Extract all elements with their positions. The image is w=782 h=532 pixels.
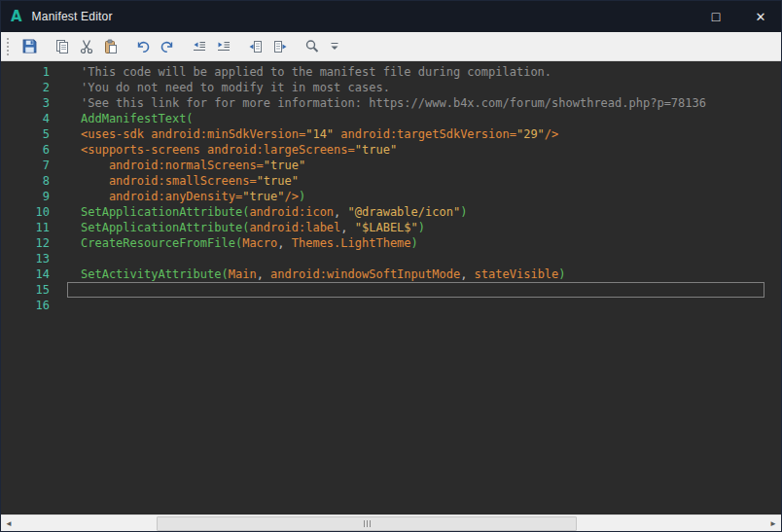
save-icon [21,38,38,54]
code-segment: android:smallScreens= [81,174,257,188]
code-segment: 'See this link for for more information:… [81,96,706,110]
copy-button[interactable] [50,34,74,58]
code-line[interactable]: 11SetApplicationAttribute(android:label,… [1,220,781,235]
code-line[interactable]: 16 [1,298,781,313]
code-text: CreateResourceFromFile(Macro, Themes.Lig… [63,235,418,251]
line-number: 8 [1,173,63,189]
shift-left-icon [248,39,264,54]
code-text: 'See this link for for more information:… [63,95,706,111]
code-line[interactable]: 13 [1,251,781,266]
scroll-left-icon: ◄ [5,519,13,528]
code-segment: "true" [355,143,397,157]
current-line-indicator [67,282,764,298]
line-number: 14 [1,266,63,282]
redo-button[interactable] [155,34,179,58]
code-text: 'This code will be applied to the manife… [63,64,551,80]
code-line[interactable]: 7 android:normalScreens="true" [1,158,781,173]
scroll-right-button[interactable]: ► [765,515,781,531]
shift-right-button[interactable] [267,34,292,58]
code-segment: 'You do not need to modify it in most ca… [81,81,390,94]
paste-button[interactable] [98,34,123,58]
code-line[interactable]: 8 android:smallScreens="true" [1,173,781,189]
code-line[interactable]: 3'See this link for for more information… [1,95,781,111]
undo-icon [135,39,151,54]
code-line[interactable]: 15 [1,282,781,298]
paste-icon [103,39,119,54]
code-segment: android:icon [249,205,334,219]
line-number: 2 [1,80,63,95]
code-segment: SetApplicationAttribute( [81,221,249,234]
code-line[interactable]: 1'This code will be applied to the manif… [1,64,781,80]
code-text: <supports-screens android:largeScreens="… [63,142,397,158]
code-text: android:normalScreens="true" [63,158,305,173]
code-segment: <supports-screens android:largeScreens= [81,143,355,157]
manifest-editor-window: A Manifest Editor □ ✕ [0,0,782,532]
line-number: 1 [1,64,63,80]
line-number: 16 [1,298,63,313]
code-segment: Main [229,267,257,281]
code-segment: , [460,267,474,281]
code-segment: android:normalScreens= [81,159,264,172]
code-text: SetApplicationAttribute(android:icon, "@… [63,204,467,220]
horizontal-scrollbar[interactable]: ◄ ► [1,514,781,531]
code-segment: android:windowSoftInputMode [270,267,460,281]
code-line[interactable]: 9 android:anyDensity="true"/>) [1,189,781,204]
shift-right-icon [272,39,288,54]
unindent-button[interactable] [187,34,211,58]
toolbar-overflow-button[interactable] [328,35,341,57]
toolbar [1,32,781,61]
shift-left-button[interactable] [243,34,267,58]
redo-icon [160,39,175,54]
code-segment: android:anyDensity= [81,190,242,203]
line-number: 12 [1,235,63,251]
indent-icon [216,39,231,54]
code-line[interactable]: 14SetActivityAttribute(Main, android:win… [1,266,781,282]
titlebar: A Manifest Editor □ ✕ [1,1,781,32]
code-segment: <uses-sdk android:minSdkVersion= [81,127,305,141]
code-segment: Macro [242,236,277,250]
close-icon: ✕ [756,10,766,24]
code-line[interactable]: 5<uses-sdk android:minSdkVersion="14" an… [1,126,781,142]
code-segment: ) [299,190,305,203]
line-number: 5 [1,126,63,142]
scrollbar-thumb[interactable] [157,516,577,531]
cut-button[interactable] [74,34,98,58]
code-segment: "$LABEL$" [355,221,418,234]
close-button[interactable]: ✕ [746,4,775,29]
code-segment: ) [411,236,418,250]
code-text: android:smallScreens="true" [63,173,299,189]
indent-button[interactable] [211,34,235,58]
line-number: 10 [1,204,63,220]
line-number: 13 [1,251,63,266]
line-number: 4 [1,111,63,126]
cut-icon [79,39,94,54]
code-line[interactable]: 2'You do not need to modify it in most c… [1,80,781,95]
code-segment: Themes.LightTheme [292,236,411,250]
code-text [63,298,81,313]
code-segment: "true" [264,159,305,172]
code-segment: , [257,267,270,281]
toolbar-grip[interactable] [7,38,12,55]
code-text: SetApplicationAttribute(android:label, "… [63,220,425,235]
unindent-icon [192,39,207,54]
code-line[interactable]: 12CreateResourceFromFile(Macro, Themes.L… [1,235,781,251]
code-segment: ) [558,267,565,281]
save-button[interactable] [18,34,42,58]
undo-button[interactable] [130,34,155,58]
code-segment: /> [545,127,558,141]
find-button[interactable] [300,34,324,58]
app-logo: A [11,8,22,25]
code-segment: AddManifestText( [81,112,194,125]
maximize-button[interactable]: □ [701,4,730,29]
line-number: 6 [1,142,63,158]
code-line[interactable]: 4AddManifestText( [1,111,781,126]
code-line[interactable]: 6<supports-screens android:largeScreens=… [1,142,781,158]
code-segment: "true" [242,190,284,203]
code-segment: SetApplicationAttribute( [81,205,249,219]
scroll-left-button[interactable]: ◄ [1,515,17,531]
line-number: 7 [1,158,63,173]
scroll-right-icon: ► [769,519,777,528]
code-text: 'You do not need to modify it in most ca… [63,80,390,95]
code-line[interactable]: 10SetApplicationAttribute(android:icon, … [1,204,781,220]
code-editor[interactable]: 1'This code will be applied to the manif… [1,61,781,514]
